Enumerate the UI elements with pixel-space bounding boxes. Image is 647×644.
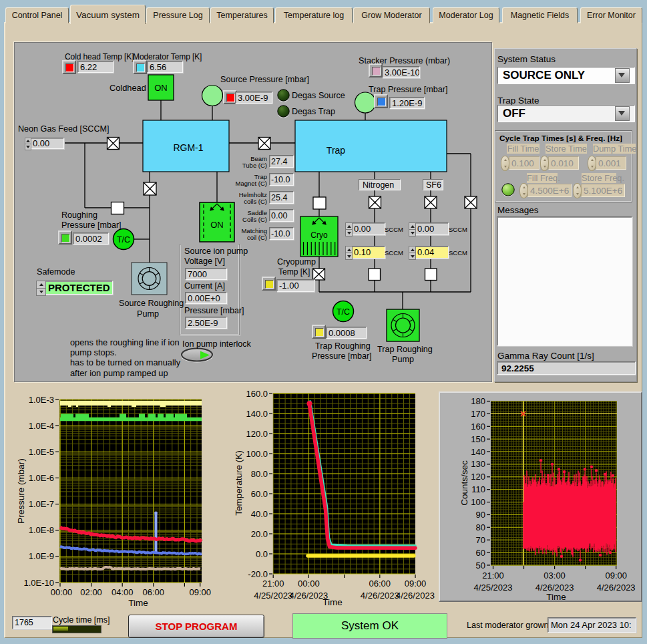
svg-text:ON: ON xyxy=(154,83,168,93)
svg-text:Cryo: Cryo xyxy=(310,230,328,240)
svg-text:T/C: T/C xyxy=(117,235,130,245)
svg-text:RGM-1: RGM-1 xyxy=(173,142,203,153)
svg-text:Trap: Trap xyxy=(327,145,345,156)
svg-text:T/C: T/C xyxy=(337,307,350,317)
